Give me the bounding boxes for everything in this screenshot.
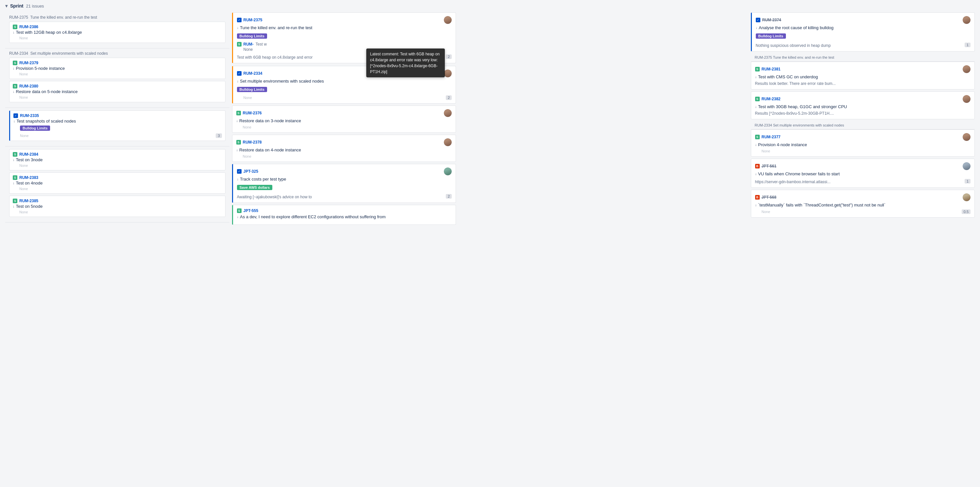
story-icon: S xyxy=(13,84,18,88)
issue-summary-rum2379: Provision 5-node instance xyxy=(16,66,65,71)
bulldog-tag: Bulldog Limits xyxy=(20,126,50,131)
big-card-id-jpt555[interactable]: JPT-555 xyxy=(243,208,258,213)
big-card-jpt325[interactable]: ✓ JPT-325 ↓ Track costs per test type Sa… xyxy=(232,164,456,203)
sprint-label: Sprint xyxy=(10,3,23,8)
big-card-id-jpt568[interactable]: JPT-568 xyxy=(762,195,776,200)
issue-card-rum2385[interactable]: S RUM-2385 ↓ Test on 5node None xyxy=(9,196,226,217)
big-card-summary-rum2381: ↓ Test with CMS GC on underdog xyxy=(755,74,971,79)
sprint-toggle[interactable]: ▾ xyxy=(5,3,8,8)
comment-count: 1 xyxy=(965,43,970,47)
big-card-summary-jpt555: ↓ As a dev, I need to explore different … xyxy=(237,214,452,219)
aws-tag: Save AWS dollars xyxy=(237,185,273,190)
epic-group-rum2375: RUM-2375 Tune the killed env. and re-run… xyxy=(5,13,229,48)
big-card-summary-rum2375: ↓ Tune the killed env. and re-run the te… xyxy=(237,25,452,30)
big-card-id-rum2377[interactable]: RUM-2377 xyxy=(762,135,781,139)
story-icon: S xyxy=(13,152,18,156)
big-card-summary-rum2377: ↓ Provision 4-node instance xyxy=(755,142,971,147)
bug-icon: B xyxy=(755,164,760,168)
comment-count: 1 xyxy=(965,179,970,184)
issue-footer-none: None xyxy=(755,149,770,153)
section-header-rum2334-right: RUM-2334 Set multiple environments with … xyxy=(751,121,975,129)
avatar-rum2374 xyxy=(963,16,970,24)
big-card-rum2374[interactable]: ✓ RUM-2374 ↓ Analyse the root cause of k… xyxy=(751,13,975,51)
big-card-desc-rum2382: Results [^2nodes-8x9vu-5.2m-30GB-PT1H...… xyxy=(755,111,971,116)
issue-footer-none: None xyxy=(13,187,28,191)
issue-card-rum2335[interactable]: ✓ RUM-2335 ↓ Test snapshots of scaled no… xyxy=(9,110,226,141)
avatar-jpt568 xyxy=(963,193,970,201)
bulldog-tag-mid2: Bulldog Limits xyxy=(237,87,267,92)
issue-id-rum2385[interactable]: RUM-2385 xyxy=(19,199,38,203)
arrow-icon: ↓ xyxy=(13,204,15,208)
left-column: RUM-2375 Tune the killed env. and re-run… xyxy=(5,13,229,222)
big-card-id-rum2374[interactable]: RUM-2374 xyxy=(762,18,781,22)
subissue-id[interactable]: RUM- xyxy=(243,42,254,46)
comment-count: 3 xyxy=(216,133,221,138)
issue-id-rum2383[interactable]: RUM-2383 xyxy=(19,175,38,180)
story-icon: S xyxy=(13,25,18,29)
big-card-jpt561[interactable]: B JPT-561 ↓ VU fails when Chrome browser… xyxy=(751,159,975,188)
issue-id-rum2335[interactable]: RUM-2335 xyxy=(20,113,39,118)
avatar-jpt561 xyxy=(963,162,970,170)
avatar-rum2376 xyxy=(444,109,452,117)
big-card-desc-rum2381: Results look better. There are error rat… xyxy=(755,81,971,86)
story-icon: S xyxy=(13,61,18,65)
issue-summary-rum2386: Test with 12GB heap on c4.8xlarge xyxy=(16,30,82,35)
issue-id-rum2386[interactable]: RUM-2386 xyxy=(19,25,38,29)
big-card-rum2378[interactable]: S RUM-2378 ↓ Restore data on 4-node inst… xyxy=(232,135,456,162)
avatar-rum2378 xyxy=(444,138,452,146)
big-card-rum2381[interactable]: S RUM-2381 ↓ Test with CMS GC on underdo… xyxy=(751,62,975,89)
issue-footer-none: None xyxy=(755,210,770,214)
epic-group-rum2335: ✓ RUM-2335 ↓ Test snapshots of scaled no… xyxy=(5,108,229,147)
big-card-rum2376[interactable]: S RUM-2376 ↓ Restore data on 3-node inst… xyxy=(232,105,456,133)
checkbox-icon: ✓ xyxy=(13,113,18,118)
issue-footer-none: None xyxy=(13,210,28,214)
big-card-id-rum2382[interactable]: RUM-2382 xyxy=(762,97,781,101)
issue-summary-rum2335: Test snapshots of scaled nodes xyxy=(17,119,76,123)
bulldog-tag-right: Bulldog Limits xyxy=(756,34,786,39)
issue-card-rum2384[interactable]: S RUM-2384 ↓ Test on 3node None xyxy=(9,149,226,171)
issue-card-rum2386[interactable]: S RUM-2386 ↓ Test with 12GB heap on c4.8… xyxy=(9,22,226,43)
big-card-id-rum2378[interactable]: RUM-2378 xyxy=(243,140,262,145)
tooltip-popup: Latest comment: Test with 6GB heap on c4… xyxy=(366,48,445,77)
big-card-jpt555[interactable]: S JPT-555 ↓ As a dev, I need to explore … xyxy=(232,205,456,225)
avatar-jpt325 xyxy=(444,168,452,175)
story-icon: S xyxy=(13,199,18,203)
story-icon: S xyxy=(237,42,242,46)
big-card-id-rum2381[interactable]: RUM-2381 xyxy=(762,67,781,72)
checkbox-icon: ✓ xyxy=(237,169,242,174)
issue-card-rum2380[interactable]: S RUM-2380 ↓ Restore data on 5-node inst… xyxy=(9,81,226,102)
arrow-icon: ↓ xyxy=(13,66,15,70)
issue-summary-rum2385: Test on 5node xyxy=(16,204,43,209)
big-card-desc-jpt325: Awaiting [~ajakubowski]'s advice on how … xyxy=(237,195,312,199)
avatar-rum2334 xyxy=(444,69,452,77)
issue-id-rum2379[interactable]: RUM-2379 xyxy=(19,61,38,65)
epic-header-rum2334: RUM-2334 Set multiple environments with … xyxy=(9,51,226,56)
story-icon: S xyxy=(13,175,18,180)
arrow-icon: ↓ xyxy=(13,181,15,185)
issue-card-rum2383[interactable]: S RUM-2383 ↓ Test on 4node None xyxy=(9,172,226,194)
big-card-id-jpt561[interactable]: JPT-561 xyxy=(762,164,776,168)
big-card-rum2382[interactable]: S RUM-2382 ↓ Test with 30GB heap, G1GC a… xyxy=(751,91,975,119)
issue-id-rum2384[interactable]: RUM-2384 xyxy=(19,152,38,156)
issue-card-rum2379[interactable]: S RUM-2379 ↓ Provision 5-node instance N… xyxy=(9,57,226,79)
story-icon: S xyxy=(755,67,760,72)
big-card-id-jpt325[interactable]: JPT-325 xyxy=(243,169,258,174)
big-card-id-rum2334[interactable]: RUM-2334 xyxy=(243,71,262,76)
big-card-id-rum2376[interactable]: RUM-2376 xyxy=(243,111,262,115)
middle-column: ✓ RUM-2375 ↓ Tune the killed env. and re… xyxy=(232,13,456,227)
comment-count: 2 xyxy=(446,95,452,100)
big-card-summary-rum2334: ↓ Set multiple environments with scaled … xyxy=(237,79,452,83)
issue-summary-rum2380: Restore data on 5-node instance xyxy=(16,89,78,94)
issue-summary-rum2384: Test on 3node xyxy=(16,157,43,162)
section-header-rum2375-right: RUM-2375 Tune the killed env. and re-run… xyxy=(751,53,975,62)
issue-id-rum2380[interactable]: RUM-2380 xyxy=(19,84,38,88)
big-card-id-rum2375[interactable]: RUM-2375 xyxy=(243,18,262,22)
big-card-desc-rum2374: Nothing suspicious observed in heap dump xyxy=(756,43,831,48)
big-card-desc-jpt561: https://server-gdn-bamboo.internal.atlas… xyxy=(755,180,831,184)
bulldog-tag-mid: Bulldog Limits xyxy=(237,34,267,39)
epic-header-rum2375: RUM-2375 Tune the killed env. and re-run… xyxy=(9,15,226,20)
big-card-jpt568[interactable]: B JPT-568 ↓ `testManually` fails with `T… xyxy=(751,190,975,218)
arrow-icon: ↓ xyxy=(13,119,15,123)
big-card-rum2377[interactable]: S RUM-2377 ↓ Provision 4-node instance N… xyxy=(751,129,975,156)
arrow-icon: ↓ xyxy=(13,89,15,93)
